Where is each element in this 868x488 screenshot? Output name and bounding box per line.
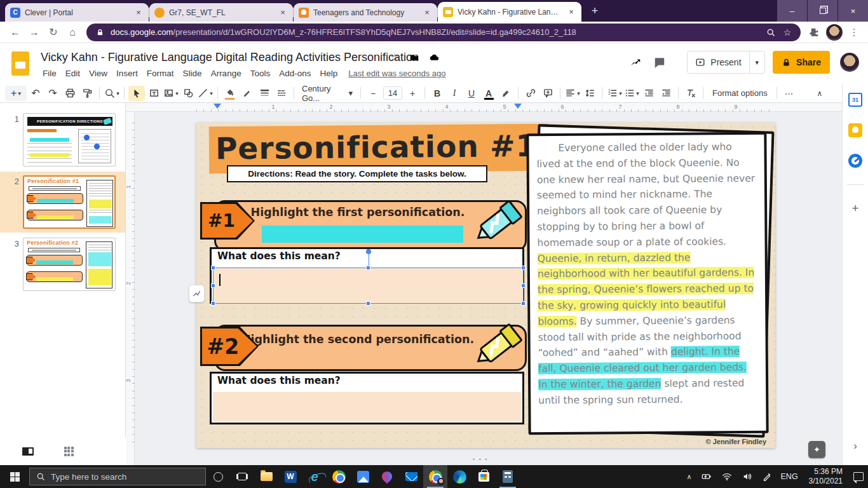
tab-gr7[interactable]: Gr7, SE_WT_FL × xyxy=(149,3,293,22)
mail-icon[interactable] xyxy=(399,465,423,488)
clear-formatting-icon[interactable] xyxy=(682,86,699,101)
increase-font-size-button[interactable]: + xyxy=(404,86,421,101)
internet-explorer-icon[interactable]: e xyxy=(302,465,327,488)
tab-close-icon[interactable]: × xyxy=(566,7,576,17)
last-edit-link[interactable]: Last edit was seconds ago xyxy=(348,69,445,78)
align-icon[interactable]: ▾ xyxy=(564,86,581,101)
resize-handle-ne[interactable] xyxy=(521,266,526,270)
resize-handle-se[interactable] xyxy=(521,301,526,306)
decrease-font-size-button[interactable]: − xyxy=(365,86,381,101)
forward-icon[interactable]: → xyxy=(25,24,43,41)
speaker-notes-handle[interactable]: • • • xyxy=(473,456,488,463)
window-minimize-button[interactable]: – xyxy=(777,0,807,22)
thumbnail-slide-2[interactable]: Personification #1 xyxy=(23,175,116,229)
add-comment-icon[interactable] xyxy=(539,86,556,101)
wifi-icon[interactable] xyxy=(717,465,737,488)
chevron-down-icon[interactable]: ▾ xyxy=(18,90,21,97)
directions-box[interactable]: Directions: Read the story. Complete the… xyxy=(227,165,487,182)
increase-indent-icon[interactable] xyxy=(658,86,674,101)
tab-clever-portal[interactable]: C Clever | Portal × xyxy=(5,3,149,22)
activity-trend-icon[interactable] xyxy=(627,54,644,71)
language-indicator[interactable]: ENG xyxy=(776,465,803,488)
new-tab-button[interactable]: + xyxy=(586,2,604,20)
grid-view-icon[interactable] xyxy=(56,442,81,461)
present-dropdown-caret[interactable]: ▾ xyxy=(750,58,765,67)
tab-teenagers-technology[interactable]: Teenagers and Technology × xyxy=(294,3,437,22)
store-icon[interactable] xyxy=(471,465,496,488)
calendar-icon[interactable]: 31 xyxy=(848,93,862,107)
thumbnail-slide-1[interactable]: PERSONIFICATION DIRECTIONS xyxy=(23,113,116,166)
menu-view[interactable]: View xyxy=(85,67,112,80)
resize-handle-w[interactable] xyxy=(211,283,215,288)
window-restore-button[interactable] xyxy=(808,0,837,22)
explore-button[interactable]: ✦ xyxy=(808,441,825,458)
menu-tools[interactable]: Tools xyxy=(246,67,275,80)
border-color-icon[interactable] xyxy=(239,86,255,101)
paint3d-icon[interactable] xyxy=(375,465,399,488)
indent-marker-right[interactable] xyxy=(514,104,522,109)
share-button[interactable]: Share xyxy=(773,51,830,74)
tab-vicky-kahn-active[interactable]: Vicky Kahn - Figurative Language × xyxy=(438,2,581,22)
hide-menus-icon[interactable]: ∧ xyxy=(811,86,828,101)
insert-line-icon[interactable]: ▾ xyxy=(197,86,214,101)
get-addons-icon[interactable]: + xyxy=(851,201,858,215)
taskbar-clock[interactable]: 5:36 PM 3/10/2021 xyxy=(803,467,849,486)
floating-format-handle[interactable] xyxy=(189,285,205,302)
menu-slide[interactable]: Slide xyxy=(179,67,207,80)
decrease-indent-icon[interactable] xyxy=(641,86,657,101)
menu-help[interactable]: Help xyxy=(315,67,342,80)
resize-handle-s[interactable] xyxy=(366,301,370,306)
insert-link-icon[interactable] xyxy=(522,86,539,101)
keep-icon[interactable] xyxy=(848,123,862,137)
photos-icon[interactable] xyxy=(351,465,375,488)
browser-menu-icon[interactable]: ⋮ xyxy=(846,25,862,40)
task2-text-box[interactable] xyxy=(213,392,521,421)
insert-image-icon[interactable]: ▾ xyxy=(163,86,179,101)
fill-color-icon[interactable] xyxy=(222,86,238,101)
move-to-folder-icon[interactable] xyxy=(409,51,420,63)
task1-text-box-selected[interactable] xyxy=(213,268,524,304)
battery-icon[interactable] xyxy=(696,465,717,488)
new-slide-button[interactable]: +▾ xyxy=(5,86,27,101)
find-in-page-icon[interactable] xyxy=(765,27,776,38)
tab-close-icon[interactable]: × xyxy=(278,8,288,18)
zoom-tool-icon[interactable]: ▾ xyxy=(104,86,120,101)
format-options-button[interactable]: Format options xyxy=(707,86,773,101)
menu-addons[interactable]: Add-ons xyxy=(275,67,315,80)
home-icon[interactable]: ⌂ xyxy=(64,24,81,41)
resize-handle-nw[interactable] xyxy=(211,266,215,270)
word-icon[interactable]: W xyxy=(278,465,302,488)
cortana-icon[interactable] xyxy=(206,465,230,488)
url-bar[interactable]: docs.google.com/presentation/d/1wGROU2IY… xyxy=(86,24,801,41)
task1-cyan-highlight-strip[interactable] xyxy=(262,226,463,243)
hidden-icons-chevron[interactable]: ∧ xyxy=(682,465,696,488)
text-color-button[interactable]: A xyxy=(480,86,497,101)
resize-handle-e[interactable] xyxy=(521,283,526,288)
windows-ink-pen-icon[interactable] xyxy=(757,465,776,488)
rotation-handle[interactable] xyxy=(366,249,371,254)
undo-icon[interactable]: ↶ xyxy=(27,86,44,101)
menu-edit[interactable]: Edit xyxy=(61,67,85,80)
chrome-active-icon[interactable] xyxy=(423,465,447,488)
taskbar-search-input[interactable]: Type here to search xyxy=(29,468,206,485)
reload-icon[interactable]: ↻ xyxy=(44,24,62,41)
bulleted-list-icon[interactable]: ▾ xyxy=(623,86,640,101)
resize-handle-sw[interactable] xyxy=(211,301,215,306)
volume-icon[interactable] xyxy=(737,465,757,488)
bold-button[interactable]: B xyxy=(429,86,445,101)
menu-arrange[interactable]: Arrange xyxy=(207,67,246,80)
extensions-puzzle-icon[interactable] xyxy=(806,24,822,41)
present-button[interactable]: Present xyxy=(688,51,749,73)
filmstrip-view-icon[interactable] xyxy=(15,442,41,461)
select-cursor-icon[interactable] xyxy=(128,86,145,101)
comments-icon[interactable] xyxy=(651,54,668,71)
font-family-select[interactable]: Century Go...▾ xyxy=(298,86,356,101)
story-segment-none[interactable]: Everyone called the older lady who lived… xyxy=(537,141,756,248)
resize-handle-n[interactable] xyxy=(366,266,370,270)
chrome-icon[interactable] xyxy=(327,465,351,488)
filmstrip-slide-1[interactable]: 1 PERSONIFICATION DIRECTIONS xyxy=(0,109,125,170)
border-dash-icon[interactable] xyxy=(273,86,290,101)
border-weight-icon[interactable] xyxy=(256,86,273,101)
document-title[interactable]: Vicky Kahn - Figurative Language Digital… xyxy=(41,51,419,64)
edge-icon[interactable] xyxy=(447,465,471,488)
